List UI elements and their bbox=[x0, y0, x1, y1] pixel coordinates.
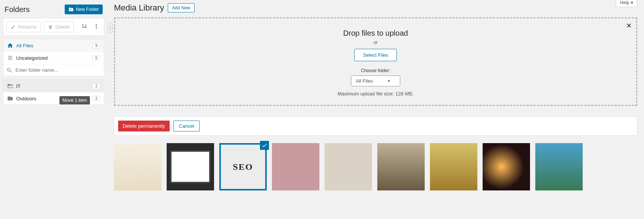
folders-title: Folders bbox=[5, 5, 30, 14]
media-item[interactable] bbox=[114, 143, 161, 190]
dropzone-or: or bbox=[123, 40, 629, 45]
delete-folder-label: Delete bbox=[55, 24, 70, 30]
folder-search-input[interactable] bbox=[3, 64, 104, 76]
sidebar-resizer[interactable] bbox=[108, 23, 113, 33]
svg-point-1 bbox=[96, 26, 97, 27]
media-item[interactable] bbox=[167, 143, 214, 190]
folder-item-it[interactable]: IT 2 bbox=[3, 80, 104, 92]
search-icon bbox=[6, 67, 12, 73]
svg-point-2 bbox=[96, 27, 97, 29]
bulk-action-bar: Delete permanently Cancel bbox=[114, 116, 637, 136]
sort-button[interactable] bbox=[80, 22, 89, 32]
home-icon bbox=[7, 42, 13, 48]
folder-count-badge: 2 bbox=[93, 96, 100, 101]
folder-item-all-files[interactable]: All Files 9 bbox=[3, 39, 104, 51]
max-upload-size: Maximum upload file size: 128 MB. bbox=[123, 91, 629, 97]
delete-permanently-button[interactable]: Delete permanently bbox=[118, 121, 170, 131]
selected-check-icon bbox=[260, 141, 269, 150]
media-item[interactable] bbox=[377, 143, 425, 190]
media-item[interactable] bbox=[430, 143, 477, 190]
chevron-down-icon: ▾ bbox=[631, 0, 633, 5]
select-files-button[interactable]: Select Files bbox=[354, 49, 397, 61]
more-options-button[interactable] bbox=[92, 22, 101, 32]
upload-dropzone[interactable]: Drop files to upload or Select Files Cho… bbox=[114, 17, 637, 106]
dropzone-title: Drop files to upload bbox=[123, 29, 629, 38]
folder-item-uncategorized[interactable]: Uncategorized 5 bbox=[3, 51, 104, 64]
folder-label: Outdoors bbox=[16, 96, 36, 101]
trash-icon bbox=[48, 24, 53, 30]
rename-icon bbox=[11, 24, 16, 30]
new-folder-button[interactable]: New Folder bbox=[65, 5, 103, 14]
page-title: Media Library bbox=[114, 3, 164, 13]
media-item-selected[interactable]: SEO bbox=[219, 143, 267, 190]
sort-icon bbox=[81, 23, 87, 29]
folder-open-icon bbox=[7, 83, 13, 89]
new-folder-label: New Folder bbox=[76, 7, 99, 12]
media-item[interactable] bbox=[272, 143, 319, 190]
folder-icon bbox=[7, 95, 13, 101]
drag-tooltip: Move 1 item bbox=[59, 96, 90, 104]
svg-point-0 bbox=[96, 24, 97, 25]
main-content: Help ▾ Media Library Add New Drop files … bbox=[107, 0, 644, 219]
media-grid: SEO bbox=[114, 143, 637, 190]
folder-label: Uncategorized bbox=[16, 55, 48, 61]
rename-button[interactable]: Rename bbox=[6, 21, 41, 32]
folder-count-badge: 9 bbox=[93, 43, 100, 48]
choose-folder-label: Choose folder: bbox=[123, 68, 629, 73]
delete-folder-button[interactable]: Delete bbox=[44, 21, 74, 32]
close-icon bbox=[626, 22, 632, 29]
folder-select-value: All Files bbox=[356, 78, 373, 84]
folders-sidebar: Folders New Folder Rename Delete bbox=[0, 0, 107, 219]
folder-count-badge: 5 bbox=[93, 55, 100, 61]
folder-plus-icon bbox=[68, 7, 74, 12]
folder-label: All Files bbox=[16, 43, 33, 48]
close-dropzone-button[interactable] bbox=[626, 21, 632, 31]
cancel-button[interactable]: Cancel bbox=[173, 121, 200, 131]
media-item[interactable] bbox=[535, 143, 583, 190]
folder-count-badge: 2 bbox=[93, 83, 100, 89]
help-tab[interactable]: Help ▾ bbox=[616, 0, 637, 7]
add-new-button[interactable]: Add New bbox=[168, 3, 194, 12]
media-item[interactable] bbox=[325, 143, 372, 190]
folder-label: IT bbox=[16, 83, 21, 89]
rename-label: Rename bbox=[18, 24, 36, 30]
uncategorized-icon bbox=[7, 55, 13, 61]
folder-select[interactable]: All Files bbox=[351, 76, 401, 86]
media-item[interactable] bbox=[483, 143, 530, 190]
kebab-icon bbox=[93, 23, 99, 29]
